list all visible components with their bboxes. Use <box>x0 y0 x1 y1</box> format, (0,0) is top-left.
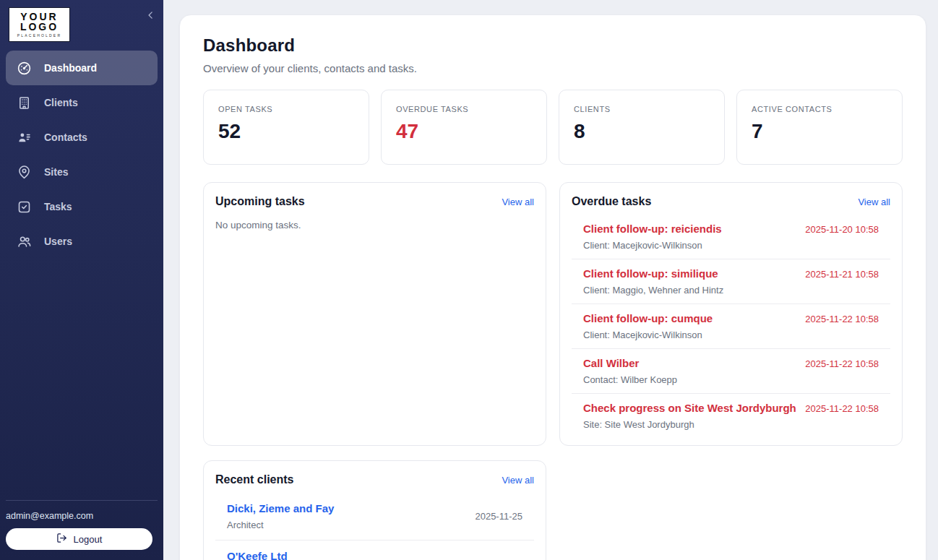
sidebar-item[interactable]: Clients <box>6 85 158 120</box>
overdue-task-datetime: 2025-11-22 10:58 <box>805 357 879 369</box>
stats-row: OPEN TASKS 52 OVERDUE TASKS 47 CLIENTS 8… <box>203 90 903 165</box>
sidebar-item[interactable]: Contacts <box>6 120 158 155</box>
recent-client-name[interactable]: Dicki, Zieme and Fay <box>227 502 334 514</box>
overdue-task-title[interactable]: Check progress on Site West Jordyburgh <box>583 402 796 414</box>
upcoming-empty-text: No upcoming tasks. <box>204 215 546 236</box>
log-out-icon <box>56 533 67 546</box>
sidebar: YOUR LOGO PLACEHOLDER Dashboard Clients … <box>0 0 163 560</box>
recent-clients-panel: Recent clients View all Dicki, Zieme and… <box>203 460 546 560</box>
page-subtitle: Overview of your clients, contacts and t… <box>203 62 903 74</box>
overdue-task-subtitle: Contact: Wilber Koepp <box>583 374 879 385</box>
overdue-view-all-link[interactable]: View all <box>858 197 890 207</box>
logo-line1: YOUR <box>20 12 58 22</box>
upcoming-tasks-header: Upcoming tasks View all <box>204 183 546 215</box>
overdue-task-title[interactable]: Call Wilber <box>583 357 639 369</box>
overdue-task-title[interactable]: Client follow-up: reiciendis <box>583 223 722 235</box>
stat-label: CLIENTS <box>574 105 710 113</box>
overdue-task-datetime: 2025-11-20 10:58 <box>805 223 879 235</box>
sidebar-nav: Dashboard Clients Contacts Sites Tasks <box>0 51 163 259</box>
stat-label: OVERDUE TASKS <box>396 105 532 113</box>
stat-card: ACTIVE CONTACTS 7 <box>736 90 903 165</box>
recent-clients-title: Recent clients <box>215 473 293 486</box>
stat-card: CLIENTS 8 <box>559 90 725 165</box>
recent-client-role: Architect <box>227 520 334 530</box>
stat-value: 47 <box>396 120 532 143</box>
sidebar-footer: admin@example.com Logout <box>0 500 163 560</box>
recent-client-name[interactable]: O'Keefe Ltd <box>227 550 288 560</box>
overdue-task-subtitle: Client: Macejkovic-Wilkinson <box>583 329 879 340</box>
overdue-task-subtitle: Client: Macejkovic-Wilkinson <box>583 240 879 251</box>
logout-button[interactable]: Logout <box>6 528 152 550</box>
overdue-task-list: Client follow-up: reiciendis 2025-11-20 … <box>560 215 902 445</box>
sidebar-item[interactable]: Users <box>6 224 158 259</box>
user-email: admin@example.com <box>0 501 163 528</box>
recent-client-row: Dicki, Zieme and Fay Architect 2025-11-2… <box>215 493 534 540</box>
overdue-task-title[interactable]: Client follow-up: cumque <box>583 312 713 324</box>
sidebar-item-label: Clients <box>44 97 78 108</box>
logout-label: Logout <box>74 534 103 545</box>
overdue-task-subtitle: Site: Site West Jordyburgh <box>583 419 879 430</box>
overdue-task-title[interactable]: Client follow-up: similique <box>583 267 718 280</box>
overdue-task-datetime: 2025-11-22 10:58 <box>805 312 879 324</box>
recent-clients-header: Recent clients View all <box>204 461 546 493</box>
recent-client-row: O'Keefe Ltd <box>215 540 534 560</box>
overdue-task-row: Client follow-up: similique 2025-11-21 1… <box>572 259 890 303</box>
logo: YOUR LOGO PLACEHOLDER <box>9 7 70 42</box>
stat-value: 7 <box>752 120 887 143</box>
stat-value: 52 <box>218 120 354 143</box>
sidebar-item[interactable]: Dashboard <box>6 51 158 85</box>
stat-label: OPEN TASKS <box>218 105 354 113</box>
recent-client-date: 2025-11-25 <box>475 511 522 522</box>
overdue-task-row: Client follow-up: reiciendis 2025-11-20 … <box>572 215 890 259</box>
stat-card: OPEN TASKS 52 <box>203 90 369 165</box>
sidebar-item-label: Tasks <box>44 201 72 212</box>
logo-line3: PLACEHOLDER <box>17 34 61 38</box>
recent-clients-list: Dicki, Zieme and Fay Architect 2025-11-2… <box>204 493 546 560</box>
upcoming-tasks-panel: Upcoming tasks View all No upcoming task… <box>203 182 546 446</box>
overdue-tasks-header: Overdue tasks View all <box>560 183 902 215</box>
logo-line2: LOGO <box>20 22 59 32</box>
upcoming-view-all-link[interactable]: View all <box>502 197 534 207</box>
overdue-tasks-title: Overdue tasks <box>572 195 651 208</box>
content-card: Dashboard Overview of your clients, cont… <box>179 14 926 560</box>
sidebar-item-label: Dashboard <box>44 62 97 74</box>
main-area: Dashboard Overview of your clients, cont… <box>163 0 938 560</box>
recent-clients-view-all-link[interactable]: View all <box>502 475 534 486</box>
chevron-left-icon <box>146 10 156 23</box>
stat-card: OVERDUE TASKS 47 <box>381 90 547 165</box>
sidebar-item[interactable]: Sites <box>6 155 158 189</box>
overdue-task-row: Call Wilber 2025-11-22 10:58 Contact: Wi… <box>572 348 890 393</box>
overdue-task-row: Client follow-up: cumque 2025-11-22 10:5… <box>572 303 890 348</box>
overdue-task-datetime: 2025-11-22 10:58 <box>805 402 879 414</box>
overdue-task-subtitle: Client: Maggio, Wehner and Hintz <box>583 285 879 296</box>
page-title: Dashboard <box>203 35 903 56</box>
overdue-task-row: Check progress on Site West Jordyburgh 2… <box>572 393 890 438</box>
overdue-task-datetime: 2025-11-21 10:58 <box>805 267 879 280</box>
panels-grid: Upcoming tasks View all No upcoming task… <box>203 182 903 560</box>
sidebar-item[interactable]: Tasks <box>6 189 158 224</box>
sidebar-item-label: Sites <box>44 166 68 178</box>
upcoming-tasks-title: Upcoming tasks <box>215 195 305 208</box>
stat-value: 8 <box>574 120 710 143</box>
sidebar-collapse-button[interactable] <box>143 9 159 25</box>
overdue-tasks-panel: Overdue tasks View all Client follow-up:… <box>559 182 903 446</box>
sidebar-item-label: Users <box>44 236 72 247</box>
sidebar-item-label: Contacts <box>44 132 87 143</box>
stat-label: ACTIVE CONTACTS <box>752 105 887 113</box>
